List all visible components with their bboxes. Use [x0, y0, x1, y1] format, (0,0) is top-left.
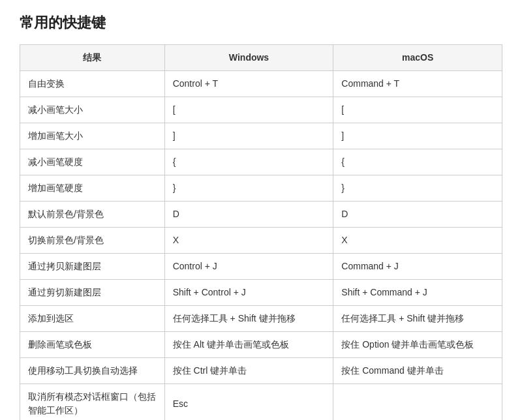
cell-macos: 按住 Command 键并单击: [333, 358, 502, 384]
cell-macos: Command + T: [333, 71, 502, 97]
cell-macos: X: [333, 228, 502, 254]
cell-macos: Shift + Command + J: [333, 280, 502, 306]
cell-result: 删除画笔或色板: [20, 332, 165, 358]
table-row: 增加画笔硬度}}: [20, 175, 502, 202]
cell-macos: {: [333, 149, 502, 175]
cell-result: 添加到选区: [20, 306, 165, 332]
cell-windows: D: [164, 202, 333, 228]
cell-result: 切换前景色/背景色: [20, 228, 165, 254]
cell-result: 通过拷贝新建图层: [20, 254, 165, 280]
cell-windows: X: [164, 228, 333, 254]
table-row: 减小画笔硬度{{: [20, 149, 502, 175]
cell-windows: ]: [164, 123, 333, 149]
page-title: 常用的快捷键: [20, 13, 502, 33]
cell-windows: Control + T: [164, 71, 333, 97]
cell-result: 增加画笔硬度: [20, 175, 165, 202]
table-row: 取消所有模态对话框窗口（包括智能工作区）Esc: [20, 384, 502, 421]
cell-result: 默认前景色/背景色: [20, 202, 165, 228]
table-row: 添加到选区任何选择工具 + Shift 键并拖移任何选择工具 + Shift 键…: [20, 306, 502, 332]
header-result: 结果: [20, 45, 165, 71]
table-row: 删除画笔或色板按住 Alt 键并单击画笔或色板按住 Option 键并单击画笔或…: [20, 332, 502, 358]
table-row: 自由变换Control + TCommand + T: [20, 71, 502, 97]
cell-result: 增加画笔大小: [20, 123, 165, 149]
cell-macos: [333, 384, 502, 421]
table-row: 默认前景色/背景色DD: [20, 202, 502, 228]
cell-windows: Shift + Control + J: [164, 280, 333, 306]
cell-macos: ]: [333, 123, 502, 149]
cell-windows: [: [164, 97, 333, 123]
cell-macos: }: [333, 175, 502, 202]
table-row: 通过剪切新建图层Shift + Control + JShift + Comma…: [20, 280, 502, 306]
table-row: 增加画笔大小]]: [20, 123, 502, 149]
cell-windows: 按住 Alt 键并单击画笔或色板: [164, 332, 333, 358]
cell-windows: 按住 Ctrl 键并单击: [164, 358, 333, 384]
cell-result: 自由变换: [20, 71, 165, 97]
cell-result: 使用移动工具切换自动选择: [20, 358, 165, 384]
cell-windows: Control + J: [164, 254, 333, 280]
table-row: 减小画笔大小[[: [20, 97, 502, 123]
cell-windows: {: [164, 149, 333, 175]
cell-macos: D: [333, 202, 502, 228]
header-windows: Windows: [164, 45, 333, 71]
cell-windows: 任何选择工具 + Shift 键并拖移: [164, 306, 333, 332]
cell-windows: Esc: [164, 384, 333, 421]
table-row: 通过拷贝新建图层Control + JCommand + J: [20, 254, 502, 280]
cell-macos: [: [333, 97, 502, 123]
cell-result: 通过剪切新建图层: [20, 280, 165, 306]
cell-result: 减小画笔大小: [20, 97, 165, 123]
table-row: 切换前景色/背景色XX: [20, 228, 502, 254]
cell-result: 取消所有模态对话框窗口（包括智能工作区）: [20, 384, 165, 421]
cell-windows: }: [164, 175, 333, 202]
cell-result: 减小画笔硬度: [20, 149, 165, 175]
cell-macos: Command + J: [333, 254, 502, 280]
table-row: 使用移动工具切换自动选择按住 Ctrl 键并单击按住 Command 键并单击: [20, 358, 502, 384]
shortcuts-table: 结果 Windows macOS 自由变换Control + TCommand …: [20, 44, 502, 420]
cell-macos: 按住 Option 键并单击画笔或色板: [333, 332, 502, 358]
cell-macos: 任何选择工具 + Shift 键并拖移: [333, 306, 502, 332]
header-macos: macOS: [333, 45, 502, 71]
